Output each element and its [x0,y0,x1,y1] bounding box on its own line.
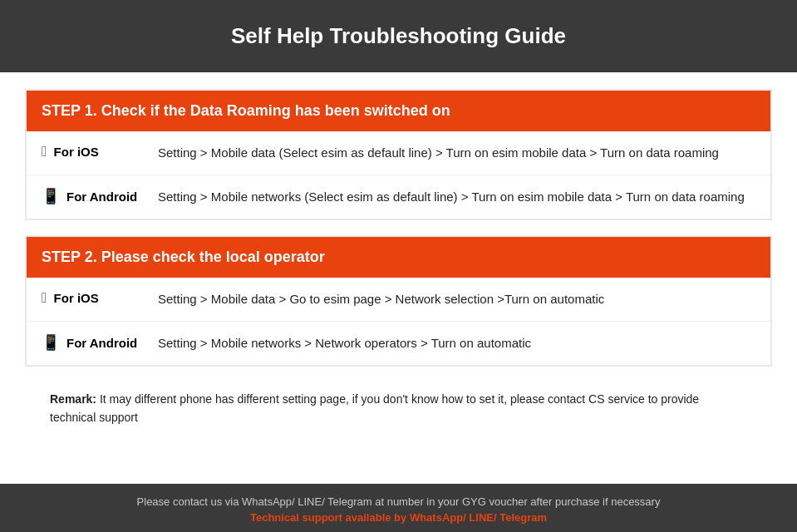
step1-android-label-text: For Android [66,190,137,204]
step2-heading: STEP 2. Please check the local operator [42,249,325,265]
android-icon: 📱 [42,187,60,205]
step1-heading: STEP 1. Check if the Data Roaming has be… [42,102,450,119]
step2-body:  For iOS Setting > Mobile data > Go to … [27,278,770,365]
page-title: Self Help Troubleshooting Guide [231,23,566,48]
footer-support-text: Technical support available by WhatsApp/… [17,511,780,524]
step2-android-text: Setting > Mobile networks > Network oper… [158,333,755,353]
step1-android-text: Setting > Mobile networks (Select esim a… [158,187,755,207]
step2-block: STEP 2. Please check the local operator … [25,235,772,367]
apple-icon-2:  [42,289,47,307]
step2-header: STEP 2. Please check the local operator [27,237,770,278]
step1-ios-label-text: For iOS [54,145,99,159]
step1-block: STEP 1. Check if the Data Roaming has be… [25,89,772,220]
step2-ios-label-text: For iOS [54,291,99,305]
step2-android-label: 📱 For Android [42,333,158,352]
step1-body:  For iOS Setting > Mobile data (Select … [27,131,770,219]
step1-android-label: 📱 For Android [42,187,158,205]
step2-ios-row:  For iOS Setting > Mobile data > Go to … [27,278,770,322]
step2-ios-text: Setting > Mobile data > Go to esim page … [158,289,755,309]
step1-ios-label:  For iOS [42,143,158,160]
step2-ios-label:  For iOS [42,289,158,307]
main-content: STEP 1. Check if the Data Roaming has be… [0,72,797,484]
apple-icon:  [42,143,47,160]
step1-ios-row:  For iOS Setting > Mobile data (Select … [27,131,770,175]
step1-android-row: 📱 For Android Setting > Mobile networks … [27,175,770,219]
footer-main-text: Please contact us via WhatsApp/ LINE/ Te… [17,495,780,508]
android-icon-2: 📱 [42,333,60,352]
step2-android-row: 📱 For Android Setting > Mobile networks … [27,322,770,365]
remark-prefix: Remark: [50,392,96,406]
page-header: Self Help Troubleshooting Guide [0,0,797,72]
step2-android-label-text: For Android [66,336,137,350]
page-footer: Please contact us via WhatsApp/ LINE/ Te… [0,484,797,532]
step1-header: STEP 1. Check if the Data Roaming has be… [27,91,770,131]
remark-text: It may different phone has different set… [50,392,699,424]
step1-ios-text: Setting > Mobile data (Select esim as de… [158,143,755,163]
remark-section: Remark: It may different phone has diffe… [25,382,772,441]
